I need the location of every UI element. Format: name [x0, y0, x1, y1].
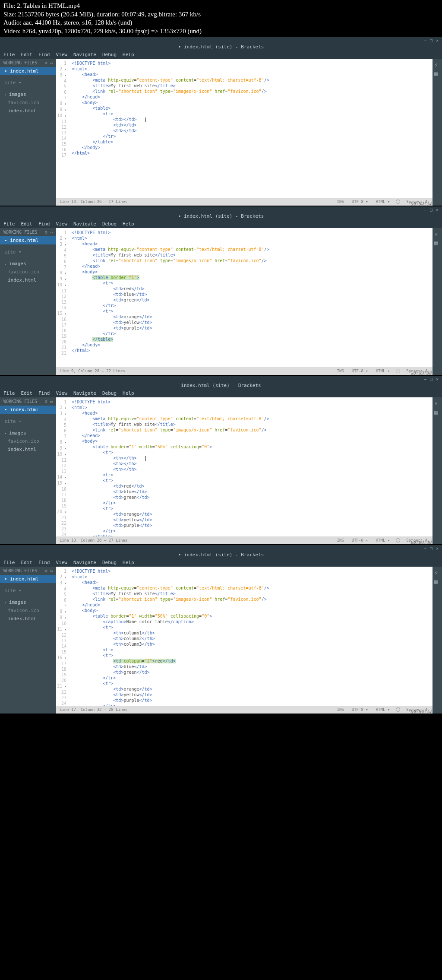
sidebar-item-favicon[interactable]: favicon.ico	[0, 268, 56, 276]
status-encoding[interactable]: UTF-8 ▾	[350, 199, 370, 204]
sidebar-item-index[interactable]: index.html	[0, 107, 56, 115]
menu-find[interactable]: Find	[38, 390, 50, 396]
menu-view[interactable]: View	[56, 560, 68, 565]
menu-navigate[interactable]: Navigate	[73, 560, 96, 565]
maximize-button[interactable]: □	[430, 38, 433, 43]
menu-find[interactable]: Find	[38, 52, 50, 57]
live-preview-icon[interactable]: ⚡	[434, 569, 440, 575]
extension-manager-icon[interactable]: ▦	[434, 409, 440, 415]
menu-navigate[interactable]: Navigate	[73, 52, 96, 57]
menu-edit[interactable]: Edit	[21, 221, 33, 227]
code-editor[interactable]: <!DOCTYPE html> <html> <head> <meta http…	[69, 228, 272, 367]
status-error-icon[interactable]	[396, 538, 400, 542]
status-language[interactable]: HTML ▾	[374, 538, 392, 543]
menu-find[interactable]: Find	[38, 560, 50, 565]
gear-icon[interactable]: ⚙	[45, 230, 47, 235]
status-language[interactable]: HTML ▾	[374, 199, 392, 204]
status-encoding[interactable]: UTF-8 ▾	[350, 538, 370, 543]
extension-manager-icon[interactable]: ▦	[434, 70, 440, 76]
code-editor[interactable]: <!DOCTYPE html> <html> <head> <meta http…	[69, 567, 272, 706]
menu-view[interactable]: View	[56, 52, 68, 57]
status-ins[interactable]: INS	[335, 707, 346, 712]
menu-navigate[interactable]: Navigate	[73, 221, 96, 227]
code-area: 12345678910111213141516171819202122 <!DO…	[56, 228, 433, 375]
menu-help[interactable]: Help	[123, 390, 134, 396]
sidebar-item-active-file[interactable]: • index.html	[0, 575, 56, 583]
menu-file[interactable]: File	[3, 52, 15, 57]
split-icon[interactable]: ▭	[50, 399, 53, 404]
menu-edit[interactable]: Edit	[21, 560, 33, 565]
minimize-button[interactable]: —	[424, 38, 426, 43]
menu-help[interactable]: Help	[123, 560, 134, 565]
close-button[interactable]: ✕	[436, 38, 439, 43]
sidebar-site-root[interactable]: site ▾	[0, 417, 56, 425]
gear-icon[interactable]: ⚙	[45, 568, 47, 573]
status-ins[interactable]: INS	[335, 538, 346, 543]
menu-file[interactable]: File	[3, 560, 15, 565]
menu-debug[interactable]: Debug	[102, 221, 117, 227]
sidebar-item-active-file[interactable]: • index.html	[0, 406, 56, 414]
menu-view[interactable]: View	[56, 390, 68, 396]
close-button[interactable]: ✕	[436, 377, 439, 381]
menu-debug[interactable]: Debug	[102, 560, 117, 565]
sidebar-site-root[interactable]: site ▾	[0, 248, 56, 256]
sidebar-site-root[interactable]: site ▾	[0, 587, 56, 595]
maximize-button[interactable]: □	[430, 377, 433, 381]
gear-icon[interactable]: ⚙	[45, 399, 47, 404]
menu-edit[interactable]: Edit	[21, 390, 33, 396]
status-language[interactable]: HTML ▾	[374, 707, 392, 712]
maximize-button[interactable]: □	[430, 207, 433, 212]
status-error-icon[interactable]	[396, 707, 400, 712]
minimize-button[interactable]: —	[424, 207, 426, 212]
live-preview-icon[interactable]: ⚡	[434, 231, 440, 237]
sidebar-item-images[interactable]: images	[0, 598, 56, 606]
sidebar-item-index[interactable]: index.html	[0, 445, 56, 454]
gear-icon[interactable]: ⚙	[45, 60, 47, 65]
sidebar-item-index[interactable]: index.html	[0, 276, 56, 284]
sidebar-item-active-file[interactable]: • index.html	[0, 236, 56, 244]
menu-help[interactable]: Help	[123, 52, 134, 57]
menu-debug[interactable]: Debug	[102, 52, 117, 57]
status-language[interactable]: HTML ▾	[374, 368, 392, 374]
menu-view[interactable]: View	[56, 221, 68, 227]
minimize-button[interactable]: —	[424, 546, 426, 551]
menu-debug[interactable]: Debug	[102, 390, 117, 396]
close-button[interactable]: ✕	[436, 546, 439, 551]
menu-help[interactable]: Help	[123, 221, 134, 227]
sidebar-item-images[interactable]: images	[0, 260, 56, 268]
menu-navigate[interactable]: Navigate	[73, 390, 96, 396]
sidebar-item-favicon[interactable]: favicon.ico	[0, 98, 56, 107]
minimize-button[interactable]: —	[424, 377, 426, 381]
status-error-icon[interactable]	[396, 369, 400, 373]
status-encoding[interactable]: UTF-8 ▾	[350, 368, 370, 374]
extension-manager-icon[interactable]: ▦	[434, 239, 440, 245]
live-preview-icon[interactable]: ⚡	[434, 400, 440, 406]
sidebar-site-root[interactable]: site ▾	[0, 79, 56, 87]
sidebar-item-index[interactable]: index.html	[0, 615, 56, 623]
split-icon[interactable]: ▭	[50, 568, 53, 573]
status-encoding[interactable]: UTF-8 ▾	[350, 707, 370, 712]
status-ins[interactable]: INS	[335, 368, 346, 374]
sidebar-item-images[interactable]: images	[0, 429, 56, 437]
live-preview-icon[interactable]: ⚡	[434, 61, 440, 67]
menu-file[interactable]: File	[3, 221, 15, 227]
code-editor[interactable]: <!DOCTYPE html> <html> <head> <meta http…	[69, 397, 272, 536]
close-button[interactable]: ✕	[436, 207, 439, 212]
menu-file[interactable]: File	[3, 390, 15, 396]
menu-edit[interactable]: Edit	[21, 52, 33, 57]
sidebar-item-favicon[interactable]: favicon.ico	[0, 606, 56, 615]
editor-window: — □ ✕ • index.html (site) - Brackets Fil…	[0, 206, 442, 375]
sidebar-item-active-file[interactable]: • index.html	[0, 67, 56, 75]
sidebar-item-favicon[interactable]: favicon.ico	[0, 437, 56, 445]
split-icon[interactable]: ▭	[50, 60, 53, 65]
maximize-button[interactable]: □	[430, 546, 433, 551]
code-editor[interactable]: <!DOCTYPE html> <html> <head> <meta http…	[69, 59, 272, 198]
status-ins[interactable]: INS	[335, 199, 346, 204]
extension-manager-icon[interactable]: ▦	[434, 578, 440, 584]
sidebar-item-images[interactable]: images	[0, 90, 56, 98]
split-icon[interactable]: ▭	[50, 230, 53, 235]
menu-find[interactable]: Find	[38, 221, 50, 227]
menu-bar: File Edit Find View Navigate Debug Help	[0, 558, 442, 567]
working-files-header: Working Files ⚙▭	[0, 228, 56, 236]
status-error-icon[interactable]	[396, 200, 400, 204]
